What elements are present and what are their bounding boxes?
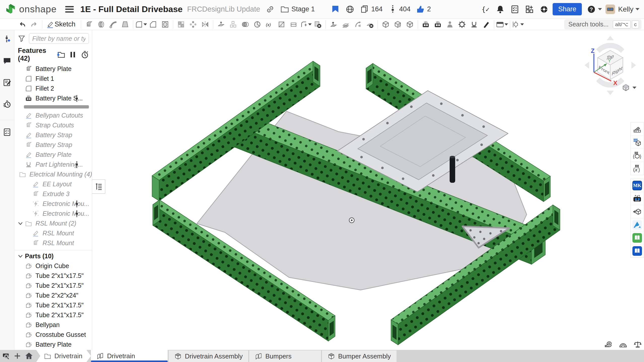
workspace-name[interactable]: FRCDesignLib Update [187,5,260,13]
action-items-button[interactable] [2,127,13,138]
comments-button[interactable] [2,55,13,66]
apps-grid-icon[interactable] [525,5,534,14]
part-item[interactable]: Origin Cube [14,261,92,271]
copies-icon[interactable] [360,5,369,14]
part-item[interactable]: Tube 2"x1"x17.5" [14,300,92,310]
chevron-down-icon[interactable] [17,253,23,259]
delete-part-button[interactable] [312,19,324,30]
delete-face-button[interactable] [364,19,376,30]
replace-face-button[interactable] [352,19,364,30]
custom-feature-person-button[interactable] [444,19,456,30]
feature-item[interactable]: Battery Strap [14,130,92,140]
round-spacer-part[interactable] [450,156,455,183]
modify-fillet-button[interactable] [300,19,312,30]
variable-button[interactable]: (x) [263,19,275,30]
suspend-icon[interactable] [68,50,77,59]
sketch-button[interactable]: Sketch [44,19,79,30]
config-table-panel-button[interactable]: {} [631,149,644,162]
document-title[interactable]: 1E - Full Detail Drivebase [80,4,183,14]
mass-properties-icon[interactable] [633,340,642,349]
triangle-app-button[interactable] [631,218,644,231]
rollback-bar[interactable] [24,105,89,108]
boolean-button[interactable] [227,19,239,30]
share-button[interactable]: Share [553,3,582,15]
update-handle-icon[interactable] [74,210,79,218]
feature-item[interactable]: RSL Mount [14,238,92,248]
feature-item[interactable]: RSL Mount [14,228,92,238]
part-item[interactable]: Tube 2"x2"x24" [14,291,92,300]
feature-item[interactable]: Strap Cutouts [14,120,92,130]
filter-icon[interactable] [18,35,25,42]
transform-view-button[interactable] [512,19,524,30]
settings-gear-icon[interactable] [540,5,549,14]
green-docs-app-button[interactable] [631,231,644,244]
custom-feature-sprocket-button[interactable] [456,19,468,30]
linear-pattern-button[interactable] [175,19,187,30]
search-tabs-button[interactable] [0,350,12,362]
configurations-panel-button[interactable] [631,136,644,149]
fill-button[interactable] [251,19,263,30]
notifications-bell-icon[interactable] [496,5,505,14]
custom-feature-pen-button[interactable] [480,19,492,30]
name-tag-button[interactable] [496,19,508,30]
feature-item[interactable]: Electronic Mou... [14,209,92,219]
custom-feature-robot-2-button[interactable] [432,19,444,30]
sweep-button[interactable] [107,19,119,30]
notes-button[interactable] [2,77,13,88]
tasks-icon[interactable] [510,5,519,14]
box-primitive-button[interactable] [380,19,392,30]
feature-item[interactable]: Battery Strap [14,140,92,150]
part-item[interactable]: Battery Plate [14,340,92,349]
offset-surface-button[interactable] [340,19,352,30]
part-item[interactable]: Tube 2"x1"x17.5" [14,271,92,281]
tab-drivetrain-assembly[interactable]: Drivetrain Assembly [169,350,248,362]
user-menu-caret-icon[interactable] [635,8,639,10]
history-button[interactable] [2,99,13,110]
loft-button[interactable] [119,19,131,30]
parts-header-row[interactable]: Parts (10) [14,251,92,261]
add-tab-button[interactable] [12,350,23,362]
chevron-down-icon[interactable] [17,221,23,227]
update-handle-icon[interactable] [74,161,79,168]
center-point-box-button[interactable] [404,19,416,30]
extrude-button[interactable] [83,19,95,30]
mkcad-app-button[interactable]: MK [631,179,644,192]
robot-app-button[interactable] [631,192,644,205]
feature-folder[interactable]: Electrical Mounting (4) [14,169,92,179]
update-handle-icon[interactable] [74,200,79,208]
part-item[interactable]: Crosstube Gusset [14,330,92,340]
stage-label[interactable]: Stage 1 [291,5,315,13]
filter-input[interactable] [29,33,89,44]
export-app-button[interactable] [631,205,644,218]
likes-thumb-icon[interactable] [416,5,425,14]
feature-item[interactable]: Battery Plate S... [14,93,92,103]
feature-item[interactable]: Electronic Mou... [14,199,92,209]
feature-dialog-handle-button[interactable] [92,179,105,194]
split-button[interactable] [288,19,300,30]
feature-item[interactable]: Battery Plate [14,64,92,74]
tape-measure-icon[interactable] [604,340,613,349]
onshape-logo-icon[interactable] [5,3,17,15]
user-name[interactable]: Kelly [618,5,633,13]
feature-item[interactable]: Bellypan Cutouts [14,111,92,120]
tab-drivetrain[interactable]: Drivetrain [91,350,168,362]
intersect-button[interactable] [239,19,251,30]
tab-bumpers[interactable]: Bumpers [249,350,321,362]
appearance-panel-button[interactable] [631,123,644,136]
tab-bumper-assembly[interactable]: Bumper Assembly [322,350,397,362]
publication-flag-icon[interactable] [331,5,340,14]
help-caret-icon[interactable] [598,8,602,10]
search-tools[interactable]: Search tools... alt/⌥ c [564,19,641,29]
create-version-button[interactable] [2,34,13,45]
view-options-button[interactable] [621,83,636,92]
stage-folder-icon[interactable] [280,5,289,14]
circular-pattern-button[interactable] [187,19,199,30]
feature-item[interactable]: EE Layout [14,179,92,189]
shell-button[interactable] [159,19,171,30]
featurescript-icon[interactable]: {✓} [481,5,490,14]
blue-docs-app-button[interactable] [631,244,644,258]
feature-folder[interactable]: RSL Mount (2) [14,219,92,228]
feature-item[interactable]: Battery Plate [14,150,92,160]
protractor-icon[interactable] [619,340,627,349]
new-folder-icon[interactable] [56,50,65,59]
